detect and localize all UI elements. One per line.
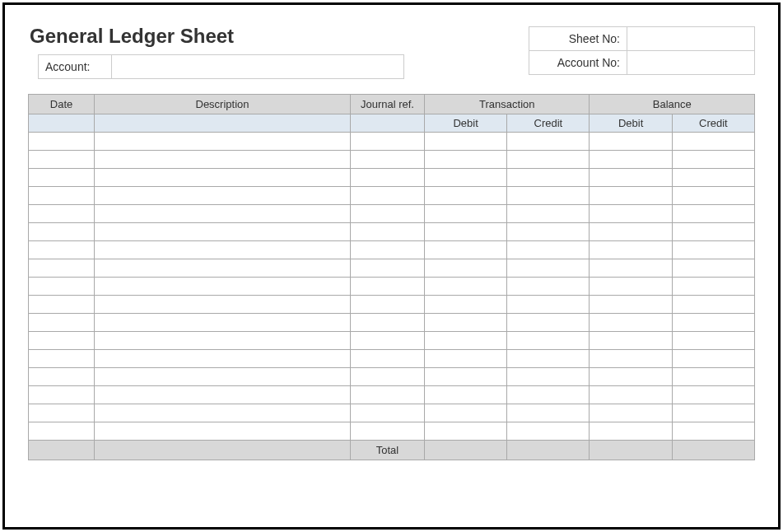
cell-b_debit[interactable] — [590, 133, 672, 151]
cell-t_debit[interactable] — [425, 223, 507, 241]
cell-t_debit[interactable] — [425, 350, 507, 368]
cell-journal_ref[interactable] — [350, 350, 424, 368]
cell-t_credit[interactable] — [507, 151, 590, 169]
cell-journal_ref[interactable] — [350, 296, 424, 314]
cell-b_debit[interactable] — [590, 386, 672, 404]
cell-t_debit[interactable] — [425, 151, 507, 169]
cell-b_credit[interactable] — [672, 314, 754, 332]
cell-t_debit[interactable] — [425, 314, 507, 332]
cell-b_credit[interactable] — [672, 332, 754, 350]
cell-description[interactable] — [95, 386, 351, 404]
cell-t_debit[interactable] — [425, 187, 507, 205]
cell-b_credit[interactable] — [672, 350, 754, 368]
cell-b_debit[interactable] — [590, 169, 672, 187]
cell-description[interactable] — [95, 133, 351, 151]
cell-date[interactable] — [29, 350, 95, 368]
cell-t_credit[interactable] — [507, 278, 590, 296]
cell-b_credit[interactable] — [672, 133, 754, 151]
cell-description[interactable] — [95, 205, 351, 223]
cell-date[interactable] — [29, 187, 95, 205]
cell-b_credit[interactable] — [672, 169, 754, 187]
cell-journal_ref[interactable] — [350, 223, 424, 241]
cell-t_credit[interactable] — [507, 241, 590, 259]
cell-b_credit[interactable] — [672, 241, 754, 259]
cell-journal_ref[interactable] — [350, 169, 424, 187]
cell-b_credit[interactable] — [672, 386, 754, 404]
cell-description[interactable] — [95, 368, 351, 386]
cell-journal_ref[interactable] — [350, 422, 424, 441]
cell-description[interactable] — [95, 151, 351, 169]
cell-b_debit[interactable] — [590, 404, 672, 422]
cell-journal_ref[interactable] — [350, 205, 424, 223]
cell-b_debit[interactable] — [590, 422, 672, 441]
cell-date[interactable] — [29, 259, 95, 278]
cell-t_debit[interactable] — [425, 386, 507, 404]
cell-date[interactable] — [29, 404, 95, 422]
cell-b_credit[interactable] — [672, 404, 754, 422]
cell-t_credit[interactable] — [507, 404, 590, 422]
cell-t_credit[interactable] — [507, 169, 590, 187]
cell-b_debit[interactable] — [590, 296, 672, 314]
cell-date[interactable] — [29, 133, 95, 151]
cell-t_debit[interactable] — [425, 169, 507, 187]
cell-journal_ref[interactable] — [350, 187, 424, 205]
cell-t_debit[interactable] — [425, 205, 507, 223]
cell-b_debit[interactable] — [590, 332, 672, 350]
cell-description[interactable] — [95, 404, 351, 422]
cell-date[interactable] — [29, 422, 95, 441]
cell-b_debit[interactable] — [590, 187, 672, 205]
cell-journal_ref[interactable] — [350, 278, 424, 296]
cell-date[interactable] — [29, 241, 95, 259]
cell-b_debit[interactable] — [590, 151, 672, 169]
cell-t_credit[interactable] — [507, 368, 590, 386]
sheet-no-input[interactable] — [627, 26, 755, 51]
cell-date[interactable] — [29, 296, 95, 314]
cell-t_debit[interactable] — [425, 332, 507, 350]
cell-description[interactable] — [95, 278, 351, 296]
cell-journal_ref[interactable] — [350, 259, 424, 278]
cell-b_credit[interactable] — [672, 296, 754, 314]
cell-b_credit[interactable] — [672, 187, 754, 205]
cell-t_debit[interactable] — [425, 259, 507, 278]
account-no-input[interactable] — [627, 51, 755, 75]
cell-t_credit[interactable] — [507, 296, 590, 314]
cell-journal_ref[interactable] — [350, 314, 424, 332]
cell-t_credit[interactable] — [507, 386, 590, 404]
cell-t_credit[interactable] — [507, 314, 590, 332]
cell-t_credit[interactable] — [507, 223, 590, 241]
cell-b_debit[interactable] — [590, 205, 672, 223]
cell-description[interactable] — [95, 296, 351, 314]
cell-description[interactable] — [95, 241, 351, 259]
cell-t_debit[interactable] — [425, 368, 507, 386]
cell-date[interactable] — [29, 169, 95, 187]
cell-description[interactable] — [95, 259, 351, 278]
cell-journal_ref[interactable] — [350, 404, 424, 422]
cell-description[interactable] — [95, 169, 351, 187]
cell-t_debit[interactable] — [425, 296, 507, 314]
cell-b_debit[interactable] — [590, 223, 672, 241]
cell-b_credit[interactable] — [672, 223, 754, 241]
cell-journal_ref[interactable] — [350, 332, 424, 350]
cell-journal_ref[interactable] — [350, 368, 424, 386]
account-input[interactable] — [112, 54, 404, 79]
cell-b_credit[interactable] — [672, 278, 754, 296]
cell-t_debit[interactable] — [425, 278, 507, 296]
cell-description[interactable] — [95, 422, 351, 441]
cell-date[interactable] — [29, 205, 95, 223]
cell-date[interactable] — [29, 278, 95, 296]
cell-b_credit[interactable] — [672, 205, 754, 223]
cell-t_credit[interactable] — [507, 205, 590, 223]
cell-journal_ref[interactable] — [350, 386, 424, 404]
cell-description[interactable] — [95, 332, 351, 350]
cell-date[interactable] — [29, 223, 95, 241]
cell-date[interactable] — [29, 151, 95, 169]
cell-t_debit[interactable] — [425, 133, 507, 151]
cell-description[interactable] — [95, 350, 351, 368]
cell-b_debit[interactable] — [590, 314, 672, 332]
cell-b_credit[interactable] — [672, 368, 754, 386]
cell-t_credit[interactable] — [507, 422, 590, 441]
cell-description[interactable] — [95, 223, 351, 241]
cell-b_debit[interactable] — [590, 278, 672, 296]
cell-b_credit[interactable] — [672, 151, 754, 169]
cell-b_credit[interactable] — [672, 259, 754, 278]
